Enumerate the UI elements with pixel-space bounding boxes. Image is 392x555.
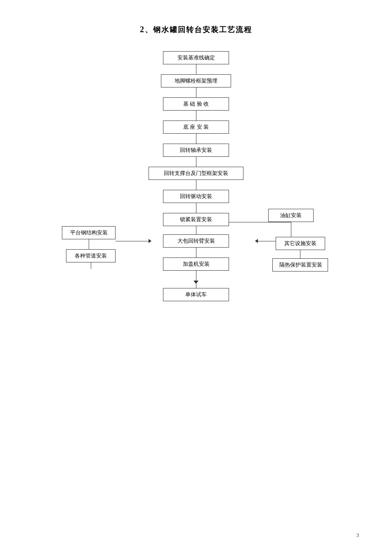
- page: 2、钢水罐回转台安装工艺流程 安装基准线确定 地脚螺栓框架预埋 基 础 验 收 …: [0, 0, 392, 555]
- oil-cylinder-label: 油缸安装: [280, 212, 302, 218]
- connector-5: [196, 157, 196, 167]
- step-2-label: 地脚螺栓框架预埋: [175, 78, 217, 84]
- left-h-connector: [116, 239, 151, 243]
- right-branch-2: 其它设施安装 隔热保护装置安装: [272, 237, 328, 272]
- platform-steel-box: 平台钢结构安装: [62, 226, 116, 239]
- step-5-label: 回转轴承安装: [180, 147, 212, 153]
- step-7-box: 回转驱动安装: [163, 190, 229, 203]
- arrow-down-final: [194, 281, 198, 284]
- step-6-box: 回转支撑台及门型框架安装: [149, 167, 243, 180]
- step-8-label: 锁紧装置安装: [180, 216, 212, 222]
- step-6-label: 回转支撑台及门型框架安装: [164, 170, 228, 176]
- title-separator: 、: [145, 26, 153, 34]
- connector-arrow-11: [196, 284, 196, 288]
- pipes-box: 各种管道安装: [66, 249, 116, 262]
- arrow-left-icon: [255, 239, 258, 243]
- step-8-section: 油缸安装 锁紧装置安装: [33, 213, 359, 226]
- step-10-label: 加盖机安装: [183, 261, 210, 267]
- connector-2: [196, 87, 196, 97]
- connector-7: [196, 203, 196, 213]
- step-11-label: 单体试车: [185, 291, 207, 298]
- left-branch-1: 平台钢结构安装: [62, 226, 116, 252]
- title-text: 钢水罐回转台安装工艺流程: [153, 26, 252, 34]
- page-number: 3: [357, 532, 359, 538]
- step-5-box: 回转轴承安装: [163, 144, 229, 157]
- v-connector-8-9: [196, 226, 196, 234]
- thermal-box: 隔热保护装置安装: [272, 258, 328, 272]
- other-v-line: [300, 250, 300, 258]
- step-3-label: 基 础 验 收: [183, 101, 209, 107]
- other-facilities-box: 其它设施安装: [276, 237, 325, 250]
- step-7-label: 回转驱动安装: [180, 193, 212, 199]
- step-1-label: 安装基准线确定: [177, 54, 215, 61]
- pipes-v-line: [91, 262, 91, 269]
- left-branch-2: 各种管道安装: [66, 249, 116, 269]
- step-3-box: 基 础 验 收: [163, 97, 229, 111]
- step-9-label: 大包回转臂安装: [177, 238, 215, 244]
- page-title: 2、钢水罐回转台安装工艺流程: [33, 25, 359, 35]
- step-2-box: 地脚螺栓框架预埋: [161, 74, 231, 87]
- platform-steel-label: 平台钢结构安装: [70, 229, 108, 236]
- step-1-box: 安装基准线确定: [163, 51, 229, 64]
- step-9-box: 大包回转臂安装: [163, 234, 229, 248]
- connector-4: [196, 134, 196, 144]
- flowchart: 安装基准线确定 地脚螺栓框架预埋 基 础 验 收 底 座 安 装 回转轴承安装 …: [33, 51, 359, 301]
- arrow-right-icon: [149, 239, 151, 243]
- step-4-label: 底 座 安 装: [183, 124, 209, 130]
- step-10-section: 各种管道安装 其它设施安装 隔热保护装置安装 加盖机安装: [33, 257, 359, 271]
- connector-6: [196, 180, 196, 190]
- title-number: 2: [140, 25, 145, 34]
- h-line-left: [116, 241, 149, 241]
- connector-10-11: [196, 271, 196, 281]
- connector-1: [196, 64, 196, 74]
- step-4-box: 底 座 安 装: [163, 120, 229, 134]
- oil-cylinder-box: 油缸安装: [268, 209, 314, 222]
- connector-3: [196, 111, 196, 120]
- pipes-label: 各种管道安装: [75, 253, 107, 259]
- connector-9-10: [196, 248, 196, 257]
- thermal-label: 隔热保护装置安装: [279, 262, 322, 268]
- other-facilities-label: 其它设施安装: [284, 240, 316, 246]
- step-10-box: 加盖机安装: [163, 257, 229, 271]
- step-8-box: 锁紧装置安装: [163, 213, 229, 226]
- step-11-box: 单体试车: [163, 288, 229, 301]
